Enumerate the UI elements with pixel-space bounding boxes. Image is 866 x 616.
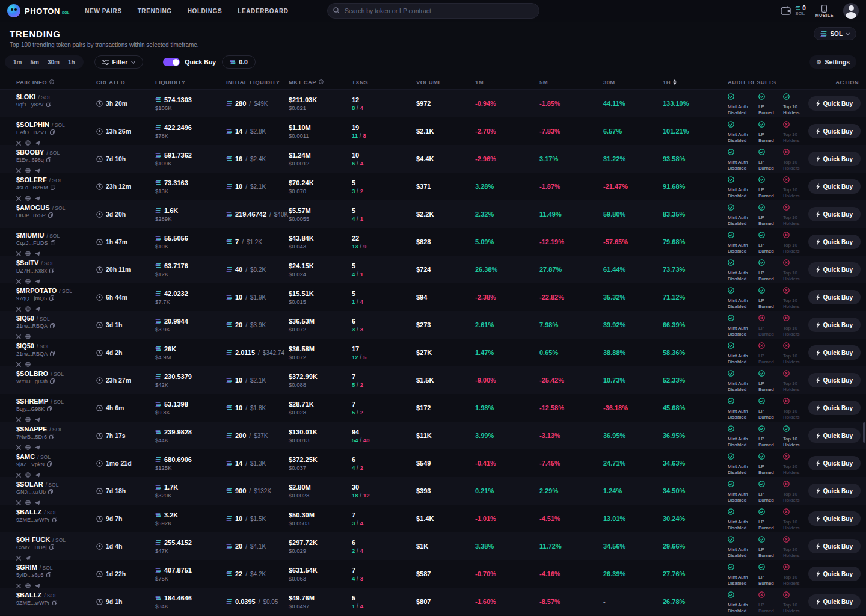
wallet-widget[interactable]: 0 SOL xyxy=(781,5,806,17)
settings-button[interactable]: ⚙ Settings xyxy=(809,55,856,69)
web-link[interactable] xyxy=(25,442,31,446)
copy-icon[interactable] xyxy=(49,544,54,550)
x-link[interactable] xyxy=(16,552,21,557)
quick-buy-amount-field[interactable]: 0.0 xyxy=(222,55,256,69)
pair-name[interactable]: $SNAPPE xyxy=(16,425,47,433)
web-link[interactable] xyxy=(25,303,31,308)
col-1h[interactable]: 1H xyxy=(663,79,728,85)
col-30m[interactable]: 30M xyxy=(603,79,663,85)
nav-holdings[interactable]: HOLDINGS xyxy=(188,8,223,14)
tg-link[interactable] xyxy=(35,442,40,446)
copy-icon[interactable] xyxy=(52,600,57,605)
pair-name[interactable]: $BALLZ xyxy=(16,508,41,516)
web-link[interactable] xyxy=(25,414,31,419)
quick-buy-button[interactable]: Quick Buy xyxy=(808,179,861,194)
search-input[interactable] xyxy=(327,3,539,19)
web-link[interactable] xyxy=(25,331,31,336)
tg-link[interactable] xyxy=(35,165,40,170)
col-initial-liquidity[interactable]: INITIAL LIQUIDITY xyxy=(226,79,289,85)
copy-icon[interactable] xyxy=(46,572,51,578)
tg-link[interactable] xyxy=(35,192,40,197)
copy-icon[interactable] xyxy=(51,240,55,245)
tg-link[interactable] xyxy=(35,414,40,419)
quick-buy-button[interactable]: Quick Buy xyxy=(808,428,861,443)
pair-name[interactable]: $BOOBY xyxy=(16,149,44,156)
photon-brand[interactable]: PHOTON SOL xyxy=(7,4,69,17)
tg-link[interactable] xyxy=(35,303,40,308)
x-link[interactable] xyxy=(16,303,21,308)
quick-buy-button[interactable]: Quick Buy xyxy=(808,290,861,304)
x-link[interactable] xyxy=(16,331,21,336)
col-liquidity[interactable]: LIQUIDITY xyxy=(155,79,226,85)
mobile-button[interactable]: MOBILE xyxy=(815,5,834,17)
copy-icon[interactable] xyxy=(48,489,53,494)
x-link[interactable] xyxy=(16,359,21,363)
pair-name[interactable]: $MIUMIU xyxy=(16,232,44,239)
col-mkt-cap[interactable]: MKT CAP xyxy=(289,79,352,85)
copy-icon[interactable] xyxy=(50,129,55,135)
copy-icon[interactable] xyxy=(49,295,54,301)
x-link[interactable] xyxy=(16,580,21,585)
pair-name[interactable]: $SOLBRO xyxy=(16,370,48,377)
timeframe-1m[interactable]: 1m xyxy=(13,59,22,66)
pair-name[interactable]: $SOLPHIN xyxy=(16,121,49,128)
web-link[interactable] xyxy=(25,137,31,142)
col-pair-info[interactable]: PAIR INFO xyxy=(16,79,96,85)
quick-buy-button[interactable]: Quick Buy xyxy=(808,373,861,387)
filter-button[interactable]: Filter xyxy=(94,55,144,69)
copy-icon[interactable] xyxy=(46,102,51,107)
scrollbar-thumb[interactable] xyxy=(863,422,865,443)
web-link[interactable] xyxy=(25,580,31,585)
nav-trending[interactable]: TRENDING xyxy=(138,8,172,14)
quick-buy-button[interactable]: Quick Buy xyxy=(808,484,861,498)
pair-name[interactable]: $SHREMP xyxy=(16,398,48,405)
quick-buy-button[interactable]: Quick Buy xyxy=(808,207,861,221)
quick-buy-button[interactable]: Quick Buy xyxy=(808,235,861,249)
pair-name[interactable]: $SOLAR xyxy=(16,481,43,488)
quick-buy-button[interactable]: Quick Buy xyxy=(808,96,861,111)
copy-icon[interactable] xyxy=(50,323,55,328)
x-link[interactable] xyxy=(16,414,21,419)
col-created[interactable]: CREATED xyxy=(96,79,155,85)
quick-buy-button[interactable]: Quick Buy xyxy=(808,124,861,138)
quick-buy-button[interactable]: Quick Buy xyxy=(808,456,861,470)
pair-name[interactable]: $MRPOTATO xyxy=(16,287,57,294)
x-link[interactable] xyxy=(16,497,21,502)
tg-link[interactable] xyxy=(25,552,31,557)
tg-link[interactable] xyxy=(35,137,40,142)
quick-buy-button[interactable]: Quick Buy xyxy=(808,594,861,609)
x-link[interactable] xyxy=(16,442,21,446)
web-link[interactable] xyxy=(25,359,31,363)
x-link[interactable] xyxy=(16,192,21,197)
copy-icon[interactable] xyxy=(51,185,55,190)
nav-new-pairs[interactable]: NEW PAIRS xyxy=(85,8,121,14)
col-txns[interactable]: TXNS xyxy=(352,79,416,85)
web-link[interactable] xyxy=(25,469,31,474)
quick-buy-button[interactable]: Quick Buy xyxy=(808,567,861,581)
pair-name[interactable]: $SolTV xyxy=(16,259,38,266)
copy-icon[interactable] xyxy=(50,351,55,356)
tg-link[interactable] xyxy=(35,469,40,474)
quick-buy-toggle[interactable] xyxy=(163,58,180,66)
chain-selector[interactable]: SOL xyxy=(814,27,856,40)
web-link[interactable] xyxy=(25,165,31,170)
pair-name[interactable]: $IQ50 xyxy=(16,315,34,322)
quick-buy-button[interactable]: Quick Buy xyxy=(808,511,861,526)
pair-name[interactable]: $LOKI xyxy=(16,93,35,100)
copy-icon[interactable] xyxy=(46,157,51,162)
x-link[interactable] xyxy=(16,248,21,253)
web-link[interactable] xyxy=(25,192,31,197)
x-link[interactable] xyxy=(16,165,21,170)
quick-buy-button[interactable]: Quick Buy xyxy=(808,152,861,166)
pair-name[interactable]: $BALLZ xyxy=(16,591,41,599)
user-avatar[interactable] xyxy=(843,3,859,19)
pair-name[interactable]: $IQ50 xyxy=(16,342,34,350)
pair-name[interactable]: $SOLERF xyxy=(16,176,47,183)
copy-icon[interactable] xyxy=(47,461,52,467)
tg-link[interactable] xyxy=(35,276,40,280)
x-link[interactable] xyxy=(16,137,21,142)
quick-buy-button[interactable]: Quick Buy xyxy=(808,262,861,277)
timeframe-5m[interactable]: 5m xyxy=(30,59,38,66)
copy-icon[interactable] xyxy=(49,434,54,439)
tg-link[interactable] xyxy=(35,497,40,502)
